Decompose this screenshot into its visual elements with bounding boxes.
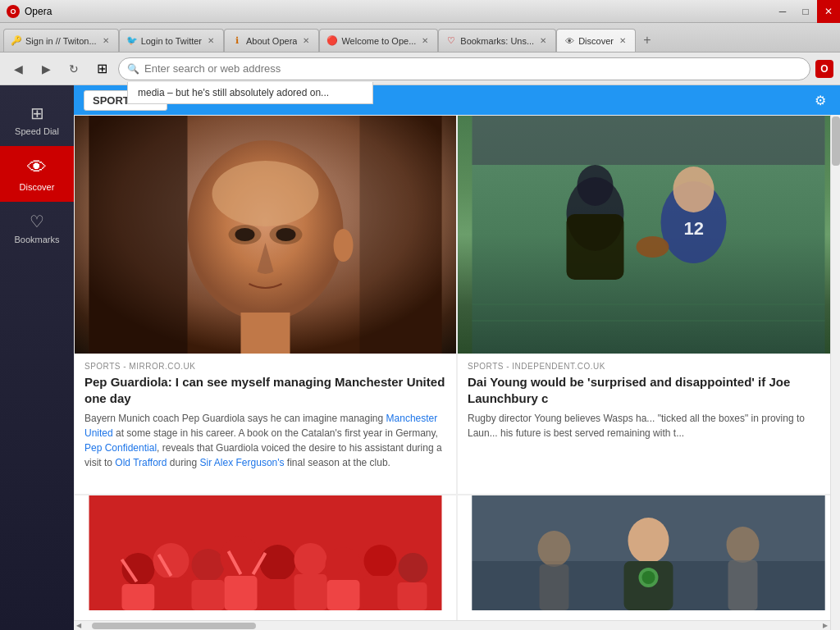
scroll-right-arrow[interactable]: ▶ <box>820 622 830 629</box>
tab-bookmarks[interactable]: ♡ Bookmarks: Uns... ✕ <box>438 29 556 52</box>
news-excerpt-rugby: Rugby director Young believes Wasps ha..… <box>468 411 829 441</box>
discover-icon: 👁 <box>27 156 47 179</box>
app-name: Opera <box>25 6 52 17</box>
autocomplete-dropdown: media – but he's still absolutely adored… <box>127 82 373 104</box>
news-title-pep[interactable]: Pep Guardiola: I can see myself managing… <box>84 374 446 406</box>
sidebar-item-bookmarks[interactable]: ♡ Bookmarks <box>0 202 74 254</box>
old-trafford-link[interactable]: Old Trafford <box>115 457 167 468</box>
sir-alex-link[interactable]: Sir Alex Ferguson's <box>200 457 285 468</box>
svg-rect-34 <box>192 580 225 610</box>
scrollbar-thumb[interactable] <box>832 116 840 166</box>
news-title-rugby[interactable]: Dai Young would be 'surprised and disapp… <box>468 374 829 406</box>
news-grid: SPORTS - MIRROR.CO.UK Pep Guardiola: I c… <box>74 115 840 630</box>
tab-sign-in[interactable]: 🔑 Sign in // Twiton... ✕ <box>3 29 119 52</box>
svg-point-5 <box>235 228 255 241</box>
svg-rect-36 <box>262 579 294 610</box>
tab-about-opera[interactable]: ℹ About Opera ✕ <box>224 29 319 52</box>
svg-rect-53 <box>540 564 569 610</box>
svg-point-48 <box>628 518 669 564</box>
svg-rect-14 <box>567 214 624 280</box>
news-excerpt-pep: Bayern Munich coach Pep Guardiola says h… <box>84 411 446 470</box>
svg-rect-35 <box>225 576 258 610</box>
autocomplete-text: media – but he's still absolutely adored… <box>138 87 329 98</box>
title-bar: O Opera ─ □ ✕ <box>0 0 840 23</box>
vertical-scrollbar[interactable] <box>830 115 840 630</box>
manchester-united-link[interactable]: Manchester United <box>84 413 437 439</box>
sidebar-item-discover[interactable]: 👁 Discover <box>0 146 74 202</box>
svg-rect-40 <box>398 582 427 610</box>
close-button[interactable]: ✕ <box>817 0 840 23</box>
refresh-button[interactable]: ↻ <box>62 57 85 80</box>
pep-image <box>75 116 456 354</box>
opera-menu-button[interactable]: O <box>815 60 833 78</box>
content-area: SPORTS ▼ ⚙ <box>74 85 840 630</box>
sidebar-label-bookmarks: Bookmarks <box>14 235 59 244</box>
person-image <box>458 495 839 614</box>
title-bar-left: O Opera <box>7 5 52 18</box>
tab-title-3: About Opera <box>246 36 297 46</box>
tab-close-5[interactable]: ✕ <box>537 35 549 47</box>
url-input[interactable] <box>144 62 801 75</box>
main-layout: ⊞ Speed Dial 👁 Discover ♡ Bookmarks SPOR… <box>0 85 840 630</box>
pep-confidential-link[interactable]: Pep Confidential <box>84 442 157 454</box>
tab-twitter[interactable]: 🐦 Login to Twitter ✕ <box>119 29 224 52</box>
news-card-content-rugby: SPORTS - INDEPENDENT.CO.UK Dai Young wou… <box>458 354 839 494</box>
search-icon: 🔍 <box>127 63 139 75</box>
news-card-fans <box>74 495 457 630</box>
minimize-button[interactable]: ─ <box>771 0 794 23</box>
opera-logo: O <box>7 5 20 18</box>
sidebar-label-speed-dial: Speed Dial <box>15 126 59 136</box>
news-card-pep: SPORTS - MIRROR.CO.UK Pep Guardiola: I c… <box>74 115 457 495</box>
tab-title-1: Sign in // Twiton... <box>25 36 97 46</box>
scroll-left-arrow[interactable]: ◀ <box>74 622 84 629</box>
svg-point-31 <box>399 553 428 582</box>
svg-point-30 <box>364 545 397 578</box>
svg-point-52 <box>538 531 571 567</box>
tab-discover[interactable]: 👁 Discover ✕ <box>556 29 636 52</box>
svg-rect-32 <box>122 584 155 610</box>
svg-rect-8 <box>241 313 290 354</box>
tab-close-1[interactable]: ✕ <box>100 35 112 47</box>
tab-close-3[interactable]: ✕ <box>300 35 312 47</box>
news-card-rugby: 12 SPORTS - INDEPENDENT.CO.UK Dai Young … <box>457 115 840 495</box>
svg-text:12: 12 <box>684 218 704 239</box>
tab-close-4[interactable]: ✕ <box>419 35 431 47</box>
tab-favicon-5: ♡ <box>445 35 457 47</box>
title-bar-controls: ─ □ ✕ <box>771 0 840 23</box>
svg-point-6 <box>276 228 296 241</box>
restore-button[interactable]: □ <box>794 0 817 23</box>
tab-title-6: Discover <box>578 36 614 46</box>
svg-rect-55 <box>728 560 758 610</box>
fans-image <box>75 495 456 614</box>
tab-favicon-4: 🔴 <box>326 35 338 47</box>
svg-rect-39 <box>364 576 397 610</box>
svg-point-18 <box>637 236 669 258</box>
svg-rect-38 <box>327 580 360 610</box>
tab-favicon-1: 🔑 <box>11 35 22 47</box>
tab-close-6[interactable]: ✕ <box>617 35 628 47</box>
tab-title-5: Bookmarks: Uns... <box>460 36 534 46</box>
svg-point-7 <box>334 229 354 262</box>
svg-point-2 <box>212 161 319 226</box>
scrollbar-h-thumb[interactable] <box>92 623 256 629</box>
tab-favicon-6: 👁 <box>564 35 575 47</box>
svg-point-29 <box>326 547 362 583</box>
autocomplete-item[interactable]: media – but he's still absolutely adored… <box>128 82 372 103</box>
tab-welcome[interactable]: 🔴 Welcome to Ope... ✕ <box>319 29 438 52</box>
settings-gear-icon[interactable]: ⚙ <box>810 90 830 110</box>
back-button[interactable]: ◀ <box>7 57 30 80</box>
url-bar[interactable]: 🔍 <box>118 57 810 80</box>
bookmarks-icon: ♡ <box>30 212 44 231</box>
svg-point-51 <box>642 571 655 584</box>
new-tab-button[interactable]: + <box>636 29 659 52</box>
tab-favicon-2: 🐦 <box>126 35 138 47</box>
horizontal-scrollbar[interactable]: ◀ ▶ <box>74 620 830 630</box>
tab-close-2[interactable]: ✕ <box>205 35 217 47</box>
news-card-content-pep: SPORTS - MIRROR.CO.UK Pep Guardiola: I c… <box>75 354 456 494</box>
forward-button[interactable]: ▶ <box>34 57 57 80</box>
tab-title-2: Login to Twitter <box>141 36 202 46</box>
svg-point-25 <box>192 549 225 582</box>
tab-title-4: Welcome to Ope... <box>341 36 416 46</box>
speed-dial-nav-button[interactable]: ⊞ <box>90 57 113 80</box>
sidebar-item-speed-dial[interactable]: ⊞ Speed Dial <box>0 94 74 146</box>
